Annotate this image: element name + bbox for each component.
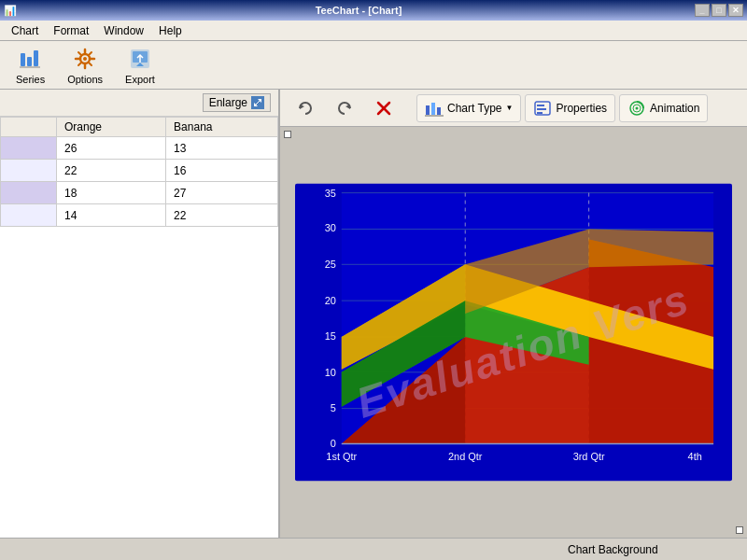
svg-text:3rd Qtr: 3rd Qtr xyxy=(573,451,605,462)
export-label: Export xyxy=(125,74,155,85)
svg-text:5: 5 xyxy=(331,402,336,413)
svg-rect-27 xyxy=(437,107,441,115)
row-1-col-2[interactable]: 16 xyxy=(166,160,278,182)
enlarge-bar: Enlarge xyxy=(0,90,278,117)
menu-bar: Chart Format Window Help xyxy=(0,21,747,41)
svg-line-13 xyxy=(78,63,81,65)
title-bar-title: TeeChart - [Chart] xyxy=(22,5,695,16)
menu-window[interactable]: Window xyxy=(96,22,151,39)
svg-rect-26 xyxy=(431,103,435,115)
chart-type-icon xyxy=(425,99,444,118)
svg-text:15: 15 xyxy=(325,330,336,342)
chart-area[interactable]: 0 5 10 15 20 25 30 35 xyxy=(280,127,747,538)
right-panel: Chart Type ▼ Properties xyxy=(280,90,747,538)
row-2-col-2[interactable]: 27 xyxy=(166,182,278,204)
status-right: Chart Background xyxy=(560,543,747,556)
chart-icon xyxy=(18,46,44,72)
svg-marker-21 xyxy=(300,105,304,109)
animation-label: Animation xyxy=(650,102,699,115)
svg-rect-0 xyxy=(21,53,25,66)
row-3-col-0 xyxy=(1,204,57,227)
svg-text:2nd Qtr: 2nd Qtr xyxy=(448,451,483,462)
export-icon xyxy=(127,46,153,72)
row-0-col-2[interactable]: 13 xyxy=(166,137,278,160)
row-1-col-1[interactable]: 22 xyxy=(57,160,166,182)
enlarge-label: Enlarge xyxy=(209,96,247,109)
menu-help[interactable]: Help xyxy=(151,22,190,39)
export-button[interactable]: Export xyxy=(117,41,163,90)
svg-marker-22 xyxy=(345,105,350,109)
svg-text:30: 30 xyxy=(325,222,336,233)
undo-icon xyxy=(296,99,315,118)
table-row: 14 22 xyxy=(1,204,278,227)
toolbar: Series Options xyxy=(0,41,747,90)
chart-toolbar: Chart Type ▼ Properties xyxy=(280,90,747,127)
main-content: Enlarge Orange Banana xyxy=(0,90,747,538)
row-0-col-1[interactable]: 26 xyxy=(57,137,166,160)
delete-icon xyxy=(374,99,393,118)
table-row: 22 16 xyxy=(1,160,278,182)
left-panel: Enlarge Orange Banana xyxy=(0,90,280,538)
svg-rect-31 xyxy=(537,108,546,110)
options-label: Options xyxy=(67,74,103,85)
row-0-col-0 xyxy=(1,137,57,160)
status-right-text: Chart Background xyxy=(568,543,658,556)
resize-handle-br[interactable] xyxy=(736,526,743,534)
chart-type-button[interactable]: Chart Type ▼ xyxy=(416,94,521,122)
menu-format[interactable]: Format xyxy=(46,22,96,39)
svg-text:25: 25 xyxy=(325,259,336,270)
redo-icon xyxy=(335,99,354,118)
svg-text:20: 20 xyxy=(325,295,336,306)
gear-icon xyxy=(72,46,98,72)
enlarge-icon xyxy=(251,96,264,109)
maximize-button[interactable]: □ xyxy=(712,4,726,17)
data-table: Orange Banana 26 13 22 16 18 xyxy=(0,117,278,227)
title-bar-icon: 📊 xyxy=(4,5,17,17)
options-button[interactable]: Options xyxy=(59,41,111,90)
enlarge-button[interactable]: Enlarge xyxy=(203,93,271,112)
series-button[interactable]: Series xyxy=(7,41,53,90)
svg-text:1st Qtr: 1st Qtr xyxy=(326,451,357,462)
minimize-button[interactable]: _ xyxy=(695,4,710,17)
menu-chart[interactable]: Chart xyxy=(4,22,46,39)
svg-text:4th: 4th xyxy=(688,451,702,462)
title-bar-buttons: _ □ ✕ xyxy=(695,4,743,17)
title-bar: 📊 TeeChart - [Chart] _ □ ✕ xyxy=(0,0,747,21)
row-3-col-1[interactable]: 14 xyxy=(57,204,166,227)
properties-label: Properties xyxy=(556,102,607,115)
redo-button[interactable] xyxy=(327,94,362,122)
delete-button[interactable] xyxy=(366,94,402,122)
row-1-col-0 xyxy=(1,160,57,182)
svg-text:10: 10 xyxy=(325,367,336,378)
svg-point-5 xyxy=(83,57,87,61)
undo-button[interactable] xyxy=(288,94,323,122)
row-3-col-2[interactable]: 22 xyxy=(166,204,278,227)
row-2-col-1[interactable]: 18 xyxy=(57,182,166,204)
row-2-col-0 xyxy=(1,182,57,204)
close-button[interactable]: ✕ xyxy=(728,4,743,17)
svg-line-20 xyxy=(254,99,261,106)
col-header-0 xyxy=(1,118,57,137)
svg-rect-30 xyxy=(537,105,544,106)
svg-text:0: 0 xyxy=(331,438,336,449)
status-bar: Chart Background xyxy=(0,538,747,560)
series-label: Series xyxy=(16,74,45,85)
table-row: 26 13 xyxy=(1,137,278,160)
col-header-orange: Orange xyxy=(57,118,166,137)
chart-type-arrow: ▼ xyxy=(505,104,513,112)
animation-icon xyxy=(627,99,646,118)
chart-type-label: Chart Type xyxy=(447,102,501,115)
svg-line-10 xyxy=(78,52,81,55)
table-row: 18 27 xyxy=(1,182,278,204)
svg-line-11 xyxy=(89,63,92,65)
svg-rect-32 xyxy=(537,112,543,114)
animation-button[interactable]: Animation xyxy=(619,94,708,122)
svg-text:35: 35 xyxy=(325,188,336,199)
col-header-banana: Banana xyxy=(166,118,278,137)
svg-rect-2 xyxy=(34,50,38,66)
svg-rect-1 xyxy=(27,57,32,66)
svg-line-12 xyxy=(89,52,92,55)
svg-rect-25 xyxy=(426,105,430,115)
properties-button[interactable]: Properties xyxy=(525,94,615,122)
resize-handle-tl[interactable] xyxy=(284,131,291,138)
